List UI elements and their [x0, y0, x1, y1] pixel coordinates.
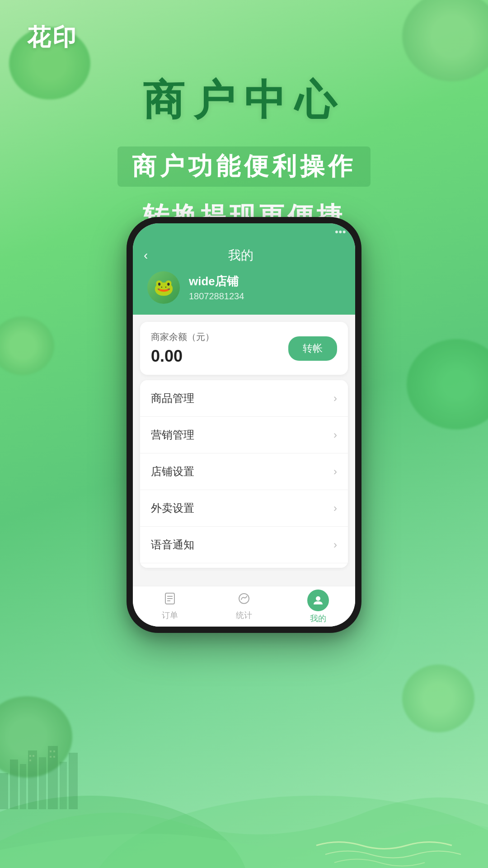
mine-icon-circle [307, 590, 329, 611]
menu-item-delivery-settings[interactable]: 外卖设置 › [140, 490, 348, 527]
balance-info: 商家余额（元） 0.00 [151, 331, 214, 366]
svg-rect-2 [0, 773, 8, 809]
phone-screen: ●●● ‹ 我的 🐸 wide店铺 18072881234 [133, 223, 355, 627]
header-nav: ‹ 我的 [144, 247, 344, 264]
svg-point-22 [316, 596, 320, 601]
svg-rect-15 [50, 756, 52, 758]
tab-label-order: 订单 [162, 610, 178, 621]
menu-label-marketing: 营销管理 [151, 428, 194, 442]
user-phone: 18072881234 [189, 291, 244, 302]
blob-mid-right [407, 339, 488, 429]
hero-subtitle1: 商户功能便利操作 [117, 146, 371, 187]
svg-rect-13 [50, 750, 52, 752]
svg-rect-9 [69, 753, 78, 809]
tab-stats[interactable]: 统计 [207, 586, 281, 627]
svg-rect-16 [53, 756, 55, 758]
svg-rect-10 [29, 755, 31, 757]
menu-label-delivery-settings: 外卖设置 [151, 501, 194, 515]
tab-order[interactable]: 订单 [133, 586, 207, 627]
menu-label-product: 商品管理 [151, 391, 194, 406]
balance-label: 商家余额（元） [151, 331, 214, 343]
menu-item-store-settings[interactable]: 店铺设置 › [140, 453, 348, 490]
content-area: 商家余额（元） 0.00 转帐 商品管理 › 营销管理 › [133, 315, 355, 586]
back-button[interactable]: ‹ [144, 248, 148, 263]
svg-rect-8 [60, 762, 67, 809]
svg-point-21 [239, 594, 249, 604]
tab-bar: 订单 统计 [133, 586, 355, 627]
balance-card: 商家余额（元） 0.00 转帐 [140, 322, 348, 375]
city-decoration [0, 719, 127, 809]
svg-rect-12 [29, 760, 31, 761]
stats-icon [238, 592, 250, 608]
blob-mid-left [0, 316, 54, 375]
svg-rect-14 [53, 750, 55, 752]
blob-top-right [402, 0, 488, 81]
status-bar: ●●● [133, 223, 355, 240]
app-header: ‹ 我的 🐸 wide店铺 18072881234 [133, 240, 355, 315]
chevron-icon-product: › [333, 392, 337, 405]
menu-item-voice-notify[interactable]: 语音通知 › [140, 527, 348, 563]
svg-point-1 [90, 796, 488, 868]
svg-rect-6 [39, 757, 46, 809]
svg-rect-3 [10, 760, 18, 809]
menu-label-store-settings: 店铺设置 [151, 464, 194, 479]
chevron-icon-store-settings: › [333, 465, 337, 478]
svg-rect-7 [48, 746, 58, 809]
svg-rect-5 [28, 750, 37, 809]
user-info: 🐸 wide店铺 18072881234 [144, 271, 344, 304]
mine-icon [307, 590, 329, 611]
tab-label-stats: 统计 [236, 610, 252, 621]
svg-rect-4 [20, 764, 26, 809]
menu-section: 商品管理 › 营销管理 › 店铺设置 › 外卖设置 › [140, 380, 348, 568]
menu-label-voice-notify: 语音通知 [151, 538, 194, 552]
phone-mockup: ●●● ‹ 我的 🐸 wide店铺 18072881234 [127, 217, 361, 633]
avatar-image: 🐸 [154, 278, 174, 297]
user-name: wide店铺 [189, 274, 244, 289]
tab-mine[interactable]: 我的 [281, 586, 355, 627]
menu-item-about[interactable]: 关于我们 › [140, 563, 348, 568]
tab-label-mine: 我的 [310, 613, 326, 624]
app-logo: 花印 [27, 22, 78, 53]
blob-bottom-right [402, 665, 474, 732]
chevron-icon-delivery-settings: › [333, 502, 337, 514]
chevron-icon-marketing: › [333, 429, 337, 441]
user-details: wide店铺 18072881234 [189, 274, 244, 302]
chevron-icon-voice-notify: › [333, 538, 337, 551]
menu-item-marketing[interactable]: 营销管理 › [140, 417, 348, 453]
header-title: 我的 [155, 247, 326, 264]
hero-title: 商户中心 [0, 72, 488, 128]
balance-amount: 0.00 [151, 347, 214, 366]
menu-item-product[interactable]: 商品管理 › [140, 380, 348, 417]
content-spacer [133, 568, 355, 586]
transfer-button[interactable]: 转帐 [288, 336, 337, 361]
hero-section: 商户中心 商户功能便利操作 转换提现更便捷 [0, 72, 488, 235]
svg-rect-11 [33, 755, 34, 757]
order-icon [164, 592, 176, 608]
avatar: 🐸 [147, 271, 180, 304]
phone-frame: ●●● ‹ 我的 🐸 wide店铺 18072881234 [127, 217, 361, 633]
